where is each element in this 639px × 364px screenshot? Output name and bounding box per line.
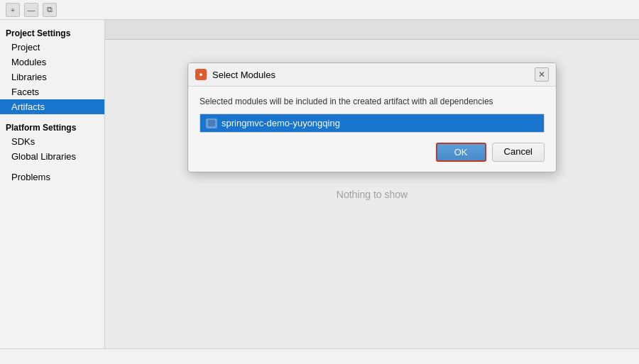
dialog-body: Selected modules will be included in the…	[188, 87, 556, 172]
sidebar-item-project[interactable]: Project	[0, 40, 104, 55]
module-list: springmvc-demo-yuyongqing	[200, 114, 545, 133]
dialog-title-text: Select Modules	[212, 70, 275, 80]
dialog-title-left: ● Select Modules	[195, 69, 275, 80]
remove-button[interactable]: —	[24, 3, 38, 17]
bottom-bar	[0, 348, 639, 364]
platform-settings-label: Platform Settings	[0, 120, 104, 134]
sidebar: Project Settings Project Modules Librari…	[0, 20, 105, 348]
cancel-button[interactable]: Cancel	[492, 143, 545, 162]
dialog-buttons: OK Cancel	[200, 143, 545, 165]
sidebar-item-problems[interactable]: Problems	[0, 170, 104, 184]
sidebar-item-facets[interactable]: Facets	[0, 84, 104, 99]
dialog-description: Selected modules will be included in the…	[200, 96, 545, 106]
sidebar-item-libraries[interactable]: Libraries	[0, 70, 104, 84]
module-icon-inner	[208, 120, 215, 126]
top-toolbar: + — ⧉	[0, 0, 639, 20]
dialog-close-button[interactable]: ✕	[535, 67, 549, 82]
dialog-overlay: ● Select Modules ✕ Selected modules will…	[105, 20, 639, 348]
main-content: Project Settings Project Modules Librari…	[0, 20, 639, 348]
sidebar-divider	[0, 114, 104, 120]
sidebar-item-artifacts[interactable]: Artifacts	[0, 99, 104, 114]
sidebar-divider-2	[0, 164, 104, 170]
project-settings-label: Project Settings	[0, 26, 104, 40]
ok-button[interactable]: OK	[436, 143, 486, 162]
module-name: springmvc-demo-yuyongqing	[222, 118, 340, 128]
module-item[interactable]: springmvc-demo-yuyongqing	[200, 114, 544, 132]
sidebar-item-global-libraries[interactable]: Global Libraries	[0, 149, 104, 164]
copy-button[interactable]: ⧉	[43, 3, 57, 17]
module-icon	[206, 118, 217, 128]
add-button[interactable]: +	[6, 3, 20, 17]
dialog-title-bar: ● Select Modules ✕	[188, 63, 556, 87]
sidebar-item-sdks[interactable]: SDKs	[0, 134, 104, 149]
right-panel: Nothing to show ● Select Modules ✕ Se	[105, 20, 639, 348]
dialog-app-icon: ●	[195, 69, 207, 80]
sidebar-item-modules[interactable]: Modules	[0, 55, 104, 70]
select-modules-dialog: ● Select Modules ✕ Selected modules will…	[187, 62, 557, 172]
